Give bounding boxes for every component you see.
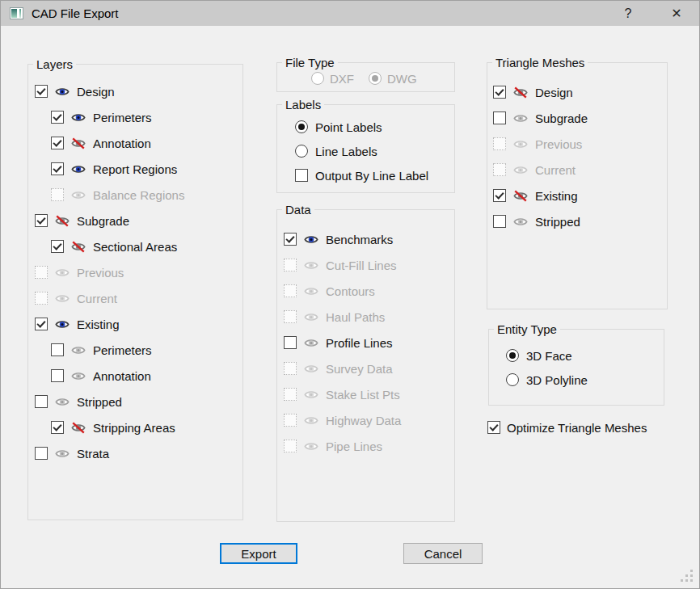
layer-row-subgrade[interactable]: Subgrade [28, 208, 242, 233]
checkbox [284, 284, 297, 297]
checkbox[interactable] [493, 86, 506, 99]
layer-row-stripped[interactable]: Stripped [28, 389, 242, 414]
layer-label: Previous [77, 266, 124, 280]
checkbox [493, 137, 506, 150]
layer-row-current: Current [28, 285, 242, 311]
mesh-label: Existing [535, 189, 578, 203]
visibility-eye-icon [304, 441, 318, 452]
checkbox [35, 292, 48, 305]
radio-button[interactable] [295, 145, 308, 158]
radio-point-labels[interactable]: Point Labels [277, 115, 454, 139]
checkbox-label: Optimize Triangle Meshes [507, 421, 647, 435]
data-row-profile-lines[interactable]: Profile Lines [277, 330, 454, 356]
checkbox[interactable] [493, 215, 506, 228]
help-button[interactable]: ? [615, 1, 641, 26]
data-label: Benchmarks [326, 233, 393, 246]
checkbox[interactable] [51, 240, 64, 253]
radio-line-labels[interactable]: Line Labels [277, 139, 454, 163]
layer-label: Existing [77, 318, 120, 331]
layer-row-existing[interactable]: Existing [28, 311, 242, 337]
optimize-triangle-meshes-checkbox[interactable]: Optimize Triangle Meshes [487, 419, 647, 436]
mesh-row-design[interactable]: Design [487, 79, 667, 105]
layer-row-design-annotation[interactable]: Annotation [28, 130, 242, 156]
radio-button [369, 72, 382, 85]
visibility-eye-icon [71, 164, 86, 175]
data-label: Survey Data [326, 362, 393, 376]
radio-dwg: DWG [369, 72, 417, 86]
radio-label: 3D Face [526, 349, 572, 363]
checkbox[interactable] [295, 169, 308, 182]
layer-row-existing-annotation[interactable]: Annotation [28, 363, 242, 389]
cancel-button[interactable]: Cancel [403, 543, 483, 564]
layer-label: Subgrade [77, 214, 129, 228]
checkbox [284, 414, 297, 427]
visibility-eye-icon [513, 87, 528, 98]
checkbox[interactable] [284, 336, 297, 349]
layer-row-stripping-areas[interactable]: Stripping Areas [28, 414, 242, 440]
visibility-eye-icon [71, 138, 86, 149]
checkbox[interactable] [493, 111, 506, 124]
checkbox[interactable] [51, 421, 64, 434]
visibility-eye-icon [71, 190, 86, 200]
layer-row-design[interactable]: Design [28, 78, 242, 104]
visibility-eye-icon [304, 286, 318, 297]
radio-3d-face[interactable]: 3D Face [489, 343, 664, 368]
radio-label: Point Labels [315, 120, 382, 134]
app-icon [10, 7, 23, 19]
output-by-line-label-checkbox[interactable]: Output By Line Label [277, 163, 454, 187]
mesh-label: Stripped [535, 215, 580, 229]
layer-row-design-perimeters[interactable]: Perimeters [28, 104, 242, 130]
radio-button[interactable] [295, 120, 308, 133]
checkbox[interactable] [35, 447, 48, 460]
layer-row-existing-perimeters[interactable]: Perimeters [28, 337, 242, 363]
mesh-row-subgrade[interactable]: Subgrade [487, 105, 667, 131]
checkbox[interactable] [51, 369, 64, 382]
triangle-meshes-group-title: Triangle Meshes [492, 56, 588, 69]
mesh-row-previous: Previous [487, 131, 667, 157]
data-row-benchmarks[interactable]: Benchmarks [277, 226, 454, 252]
file-type-group-title: File Type [282, 56, 338, 69]
close-button[interactable]: ✕ [664, 1, 689, 26]
visibility-eye-icon [55, 448, 70, 459]
checkbox[interactable] [35, 318, 48, 330]
layer-row-report-regions[interactable]: Report Regions [28, 156, 242, 182]
visibility-eye-icon [71, 371, 86, 381]
layer-row-sectional-areas[interactable]: Sectional Areas [28, 233, 242, 259]
mesh-label: Subgrade [535, 111, 588, 125]
checkbox [493, 163, 506, 176]
layer-row-previous: Previous [28, 259, 242, 285]
data-group-title: Data [282, 203, 314, 217]
triangle-meshes-group: Triangle Meshes Design Subgrade Previous… [487, 56, 668, 309]
layer-row-balance-regions: Balance Regions [28, 182, 242, 208]
mesh-row-stripped[interactable]: Stripped [487, 208, 667, 234]
checkbox[interactable] [35, 395, 48, 408]
layer-label: Perimeters [93, 343, 152, 357]
radio-button[interactable] [506, 349, 519, 362]
checkbox[interactable] [35, 85, 48, 98]
checkbox [284, 259, 297, 271]
mesh-row-existing[interactable]: Existing [487, 183, 667, 208]
checkbox[interactable] [51, 162, 64, 175]
checkbox[interactable] [51, 111, 64, 124]
checkbox[interactable] [35, 214, 48, 227]
visibility-eye-icon [513, 139, 528, 149]
checkbox[interactable] [493, 189, 506, 202]
checkbox[interactable] [487, 421, 500, 434]
layer-row-strata[interactable]: Strata [28, 440, 242, 466]
layer-label: Balance Regions [93, 188, 184, 202]
checkbox[interactable] [51, 137, 64, 149]
checkbox[interactable] [51, 343, 64, 356]
visibility-eye-icon [55, 293, 70, 304]
export-button[interactable]: Export [220, 543, 297, 564]
resize-grip-icon[interactable] [681, 570, 694, 583]
visibility-eye-icon [304, 234, 318, 245]
radio-3d-polyline[interactable]: 3D Polyline [489, 368, 664, 392]
radio-button[interactable] [506, 373, 519, 386]
radio-label: Line Labels [315, 145, 377, 158]
checkbox[interactable] [284, 233, 297, 246]
radio-label: DXF [330, 72, 354, 86]
visibility-eye-icon [55, 397, 70, 407]
radio-label: DWG [387, 72, 417, 86]
labels-group: Labels Point Labels Line Labels Output B… [276, 98, 455, 193]
data-group: Data Benchmarks Cut-Fill Lines Contours … [276, 203, 455, 522]
